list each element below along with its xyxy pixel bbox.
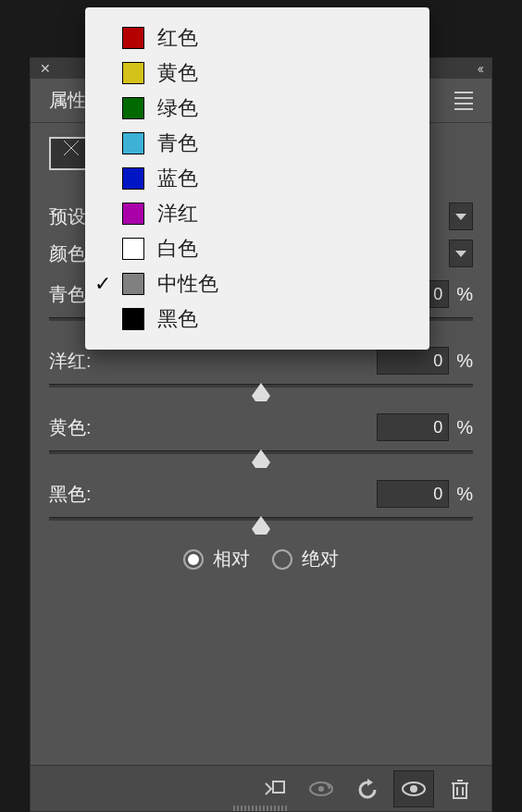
colors-label: 颜色 [49, 241, 86, 266]
slider-yellow-thumb[interactable] [252, 449, 270, 468]
colors-dropdown-button[interactable] [449, 240, 473, 267]
color-option-label: 黄色 [157, 59, 198, 87]
color-option[interactable]: 洋红 [85, 196, 429, 231]
colors-dropdown-popup: 红色黄色绿色青色蓝色洋红白色✓中性色黑色 [85, 7, 429, 350]
slider-black-input[interactable] [377, 480, 449, 508]
slider-yellow: 黄色: % [49, 413, 473, 454]
svg-rect-5 [454, 783, 466, 798]
color-swatch [122, 132, 144, 154]
percent-sign: % [456, 417, 473, 438]
radio-relative-circle [183, 549, 204, 570]
radio-relative-label: 相对 [213, 547, 250, 572]
color-option-label: 红色 [157, 24, 198, 52]
color-option-label: 白色 [157, 235, 198, 263]
slider-yellow-input[interactable] [377, 413, 449, 441]
slider-magenta-label: 洋红: [49, 349, 92, 374]
radio-relative[interactable]: 相对 [183, 547, 250, 572]
svg-point-4 [410, 785, 417, 793]
slider-black: 黑色: % [49, 480, 473, 521]
delete-icon[interactable] [440, 770, 480, 807]
slider-black-track[interactable] [49, 517, 473, 521]
view-previous-icon[interactable] [301, 770, 342, 807]
color-swatch [122, 62, 144, 84]
color-option-label: 洋红 [157, 200, 198, 228]
color-option[interactable]: 黑色 [85, 301, 429, 337]
slider-yellow-track[interactable] [49, 450, 473, 454]
chevron-down-icon [455, 214, 466, 220]
preset-label: 预设 [49, 204, 86, 229]
slider-magenta-track[interactable] [49, 384, 473, 388]
percent-sign: % [456, 284, 473, 305]
color-swatch [122, 273, 144, 295]
clip-to-layer-icon[interactable] [255, 770, 295, 807]
color-option[interactable]: 白色 [85, 231, 429, 266]
slider-magenta: 洋红: % [49, 347, 473, 388]
color-option[interactable]: 蓝色 [85, 161, 429, 196]
collapse-icon[interactable]: ‹‹ [478, 61, 482, 76]
color-option[interactable]: 红色 [85, 20, 429, 55]
color-swatch [122, 203, 144, 225]
color-swatch [122, 238, 144, 260]
svg-rect-0 [273, 781, 284, 793]
color-option-label: 中性色 [157, 270, 218, 298]
preset-dropdown-button[interactable] [449, 203, 473, 230]
slider-magenta-thumb[interactable] [252, 383, 270, 401]
chevron-down-icon [455, 251, 466, 257]
slider-black-label: 黑色: [49, 482, 92, 507]
visibility-icon[interactable] [393, 770, 434, 807]
panel-title: 属性 [49, 88, 86, 113]
check-icon: ✓ [94, 272, 111, 296]
radio-absolute[interactable]: 绝对 [272, 547, 339, 572]
color-option[interactable]: 青色 [85, 126, 429, 161]
resize-grip[interactable] [233, 806, 289, 811]
reset-icon[interactable] [347, 770, 388, 807]
panel-menu-icon[interactable] [454, 88, 473, 114]
color-option-label: 青色 [157, 129, 198, 157]
color-option[interactable]: 绿色 [85, 91, 429, 126]
color-swatch [122, 97, 144, 119]
radio-absolute-circle [272, 549, 292, 570]
color-option-label: 绿色 [157, 94, 198, 122]
slider-yellow-label: 黄色: [49, 415, 92, 440]
svg-point-2 [318, 786, 324, 792]
color-option-label: 黑色 [157, 305, 198, 333]
color-swatch [122, 167, 144, 190]
mode-row: 相对 绝对 [49, 547, 473, 572]
color-swatch [122, 27, 144, 49]
color-swatch [122, 308, 144, 330]
radio-absolute-label: 绝对 [302, 547, 339, 572]
panel-footer [31, 765, 491, 811]
slider-black-thumb[interactable] [252, 516, 270, 535]
slider-magenta-input[interactable] [377, 347, 449, 375]
color-option[interactable]: 黄色 [85, 55, 429, 91]
color-option-label: 蓝色 [157, 165, 198, 192]
color-option[interactable]: ✓中性色 [85, 266, 429, 301]
percent-sign: % [456, 351, 473, 372]
percent-sign: % [456, 484, 473, 505]
close-icon[interactable]: ✕ [40, 61, 51, 76]
